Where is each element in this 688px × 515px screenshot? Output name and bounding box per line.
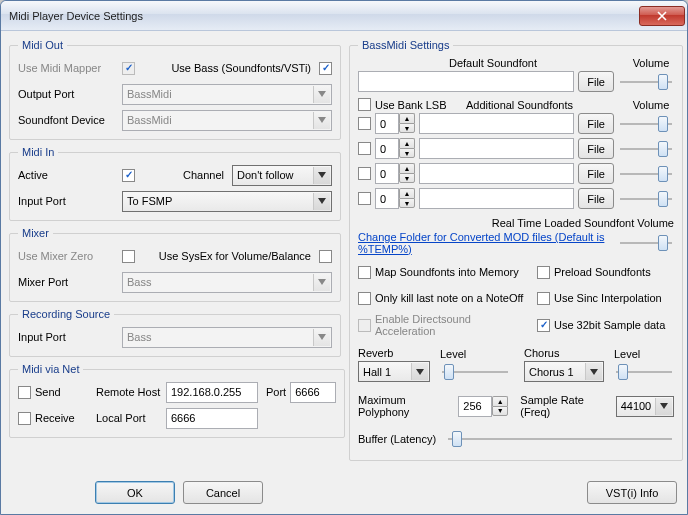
checkbox-sf-enable[interactable] — [358, 167, 371, 180]
label-channel: Channel — [183, 169, 224, 181]
combo-reverb[interactable]: Hall 1 — [358, 361, 430, 382]
slider-default-volume[interactable] — [618, 72, 674, 92]
vst-info-button[interactable]: VST(i) Info — [587, 481, 677, 504]
legend-bassmidi: BassMidi Settings — [358, 39, 453, 51]
label-buffer: Buffer (Latency) — [358, 433, 436, 445]
sf-row: 0▲▼File — [358, 138, 674, 159]
combo-mixer-port: Bass — [122, 272, 332, 293]
file-button-sf[interactable]: File — [578, 113, 614, 134]
checkbox-use-bank-lsb[interactable] — [358, 98, 371, 111]
header-volume: Volume — [628, 57, 674, 69]
checkbox-ds-accel — [358, 319, 371, 332]
slider-reverb-level[interactable] — [440, 362, 510, 382]
label-mixer-port: Mixer Port — [18, 276, 118, 288]
label-reverb: Reverb — [358, 347, 430, 359]
label-midi-in-port: Input Port — [18, 195, 118, 207]
combo-channel[interactable]: Don't follow — [232, 165, 332, 186]
group-bassmidi: BassMidi Settings Default Soundfont Volu… — [349, 39, 683, 461]
spin-down-icon[interactable]: ▼ — [399, 123, 415, 133]
content-area: Midi Out Use Midi Mapper Use Bass (Sound… — [1, 31, 687, 475]
spinner-sf-bank[interactable]: 0▲▼ — [375, 113, 415, 134]
input-sf-path[interactable] — [419, 138, 574, 159]
combo-rec-input-port: Bass — [122, 327, 332, 348]
slider-chorus-level[interactable] — [614, 362, 674, 382]
input-remote-host[interactable]: 192.168.0.255 — [166, 382, 258, 403]
checkbox-receive[interactable] — [18, 412, 31, 425]
combo-midi-in-port[interactable]: To FSMP — [122, 191, 332, 212]
legend-mixer: Mixer — [18, 227, 53, 239]
input-remote-port[interactable]: 6666 — [290, 382, 336, 403]
spin-up-icon[interactable]: ▲ — [399, 188, 415, 198]
label-remote-host: Remote Host — [96, 386, 162, 398]
label-use-mixer-zero: Use Mixer Zero — [18, 250, 118, 262]
header-default-sf: Default Soundfont — [358, 57, 628, 69]
spinner-sf-bank[interactable]: 0▲▼ — [375, 138, 415, 159]
spin-up-icon[interactable]: ▲ — [492, 396, 508, 406]
chevron-down-icon — [313, 86, 330, 103]
input-sf-path[interactable] — [419, 163, 574, 184]
checkbox-sf-enable[interactable] — [358, 117, 371, 130]
slider-sf-volume[interactable] — [618, 114, 674, 134]
checkbox-sf-enable[interactable] — [358, 142, 371, 155]
file-button-sf[interactable]: File — [578, 188, 614, 209]
label-local-port: Local Port — [96, 412, 162, 424]
chevron-down-icon — [313, 274, 330, 291]
legend-midi-in: Midi In — [18, 146, 58, 158]
input-sf-path[interactable] — [419, 113, 574, 134]
input-sf-path[interactable] — [419, 188, 574, 209]
spin-down-icon[interactable]: ▼ — [399, 173, 415, 183]
group-midi-in: Midi In Active Channel Don't follow Inpu… — [9, 146, 341, 221]
spin-up-icon[interactable]: ▲ — [399, 138, 415, 148]
checkbox-sf-enable[interactable] — [358, 192, 371, 205]
spinner-sf-bank[interactable]: 0▲▼ — [375, 163, 415, 184]
checkbox-sinc[interactable] — [537, 292, 550, 305]
checkbox-send[interactable] — [18, 386, 31, 399]
spinner-sf-bank[interactable]: 0▲▼ — [375, 188, 415, 209]
slider-rt-volume[interactable] — [618, 233, 674, 253]
label-receive: Receive — [35, 412, 75, 424]
spin-down-icon[interactable]: ▼ — [492, 406, 508, 416]
label-send: Send — [35, 386, 61, 398]
cancel-button[interactable]: Cancel — [183, 481, 263, 504]
chevron-down-icon — [313, 167, 330, 184]
slider-buffer[interactable] — [446, 429, 674, 449]
slider-sf-volume[interactable] — [618, 189, 674, 209]
checkbox-use-32bit[interactable] — [537, 319, 550, 332]
checkbox-use-mixer-zero[interactable] — [122, 250, 135, 263]
spinner-max-poly[interactable]: 256 ▲▼ — [458, 396, 508, 417]
spin-up-icon[interactable]: ▲ — [399, 113, 415, 123]
checkbox-active[interactable] — [122, 169, 135, 182]
label-output-port: Output Port — [18, 88, 118, 100]
left-column: Midi Out Use Midi Mapper Use Bass (Sound… — [9, 39, 341, 467]
chevron-down-icon — [313, 193, 330, 210]
checkbox-use-sysex[interactable] — [319, 250, 332, 263]
label-remote-port: Port — [266, 386, 286, 398]
close-button[interactable] — [639, 6, 685, 26]
file-button-sf[interactable]: File — [578, 138, 614, 159]
combo-chorus[interactable]: Chorus 1 — [524, 361, 604, 382]
link-change-folder[interactable]: Change Folder for Converted MOD files (D… — [358, 231, 614, 255]
input-default-sf[interactable] — [358, 71, 574, 92]
checkbox-use-bass[interactable] — [319, 62, 332, 75]
label-reverb-level: Level — [440, 348, 510, 360]
checkbox-map-mem[interactable] — [358, 266, 371, 279]
checkbox-preload[interactable] — [537, 266, 550, 279]
combo-output-port: BassMidi — [122, 84, 332, 105]
label-use-bass: Use Bass (Soundfonts/VSTi) — [171, 62, 311, 74]
ok-button[interactable]: OK — [95, 481, 175, 504]
slider-sf-volume[interactable] — [618, 139, 674, 159]
right-column: BassMidi Settings Default Soundfont Volu… — [349, 39, 683, 467]
combo-soundfont-device: BassMidi — [122, 110, 332, 131]
label-active: Active — [18, 169, 118, 181]
combo-sample-rate[interactable]: 44100 — [616, 396, 674, 417]
checkbox-kill-last[interactable] — [358, 292, 371, 305]
spin-down-icon[interactable]: ▼ — [399, 148, 415, 158]
file-button-default[interactable]: File — [578, 71, 614, 92]
spin-down-icon[interactable]: ▼ — [399, 198, 415, 208]
spin-up-icon[interactable]: ▲ — [399, 163, 415, 173]
input-local-port[interactable]: 6666 — [166, 408, 258, 429]
file-button-sf[interactable]: File — [578, 163, 614, 184]
sf-row: 0▲▼File — [358, 188, 674, 209]
legend-midi-via-net: Midi via Net — [18, 363, 83, 375]
slider-sf-volume[interactable] — [618, 164, 674, 184]
